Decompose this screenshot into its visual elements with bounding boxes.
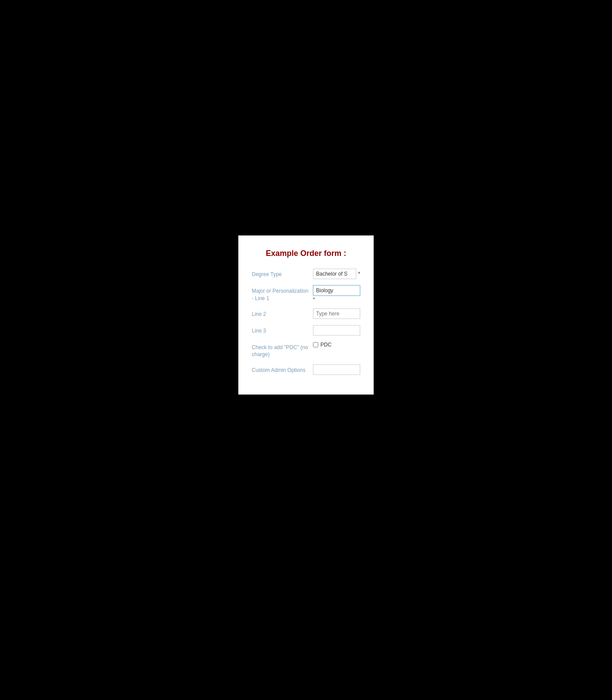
- line3-row: Line 3: [252, 325, 360, 336]
- line3-label: Line 3: [252, 325, 313, 335]
- pdc-checkbox[interactable]: [313, 342, 318, 347]
- line2-input[interactable]: [313, 308, 360, 319]
- pdc-label: Check to add "PDC" (no charge): [252, 342, 313, 359]
- major-line1-input[interactable]: [313, 285, 360, 296]
- degree-type-field: Bachelor of Science Master of Science As…: [313, 269, 360, 279]
- order-form-container: Example Order form : Degree Type Bachelo…: [238, 235, 374, 395]
- pdc-row: Check to add "PDC" (no charge) PDC: [252, 342, 360, 359]
- form-title: Example Order form :: [252, 249, 360, 258]
- pdc-checkbox-label: PDC: [320, 342, 331, 348]
- degree-type-row: Degree Type Bachelor of Science Master o…: [252, 269, 360, 279]
- degree-type-required: *: [358, 271, 360, 277]
- major-line1-label: Major or Personalization - Line 1: [252, 285, 313, 302]
- custom-admin-input[interactable]: [313, 364, 360, 375]
- major-line1-row: Major or Personalization - Line 1 *: [252, 285, 360, 302]
- line2-label: Line 2: [252, 308, 313, 318]
- custom-admin-field: [313, 364, 360, 375]
- custom-admin-label: Custom Admin Options: [252, 364, 313, 374]
- degree-type-select[interactable]: Bachelor of Science Master of Science As…: [313, 269, 356, 279]
- line3-input[interactable]: [313, 325, 360, 336]
- line2-field: [313, 308, 360, 319]
- major-line1-required: *: [313, 297, 360, 302]
- major-line1-field: *: [313, 285, 360, 302]
- custom-admin-row: Custom Admin Options: [252, 364, 360, 375]
- degree-type-label: Degree Type: [252, 269, 313, 278]
- line3-field: [313, 325, 360, 336]
- pdc-field: PDC: [313, 342, 360, 348]
- line2-row: Line 2: [252, 308, 360, 319]
